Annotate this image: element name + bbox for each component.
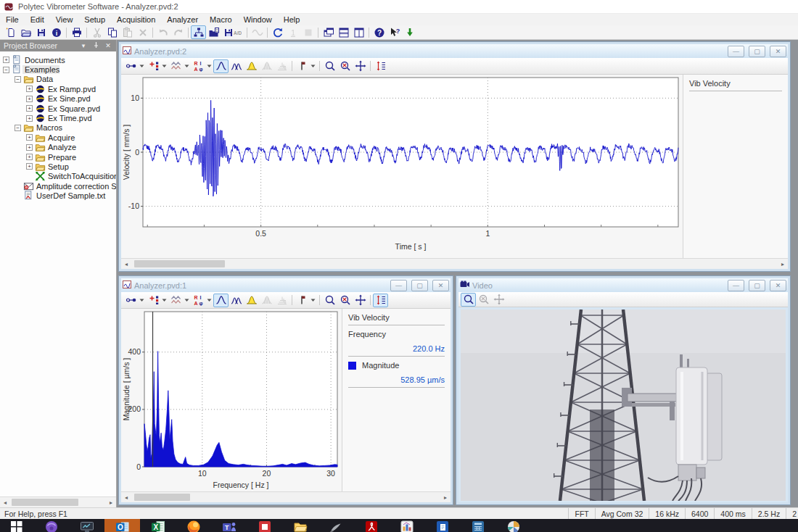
- taskbar-blue-doc-app[interactable]: [424, 519, 460, 532]
- redo-icon[interactable]: [170, 25, 186, 39]
- collapse-icon[interactable]: −: [15, 125, 21, 131]
- tree-item-ex-time-pvd[interactable]: +Ex Time.pvd: [0, 113, 116, 122]
- dropdown-arrow-icon[interactable]: [139, 60, 144, 72]
- context-help-icon[interactable]: ?: [387, 25, 402, 39]
- link-cursors-icon[interactable]: [123, 59, 139, 73]
- zoom-icon[interactable]: [322, 294, 337, 307]
- tree-item-setup[interactable]: +Setup: [0, 162, 116, 171]
- analyzer1-title-bar[interactable]: Analyzer.pvd:1 — ▢ ✕: [121, 278, 451, 292]
- paste-icon[interactable]: [120, 25, 135, 39]
- time-plot[interactable]: -100100.51Velocity [ mm/s ]Time [ s ]: [121, 75, 683, 259]
- new-document-icon[interactable]: [3, 25, 18, 39]
- cut-icon[interactable]: [89, 25, 104, 39]
- marker-icon[interactable]: [295, 294, 310, 307]
- expand-icon[interactable]: +: [26, 115, 33, 122]
- expand-icon[interactable]: +: [26, 154, 33, 160]
- scroll-left-icon[interactable]: ◂: [0, 499, 10, 506]
- dropdown-arrow-icon[interactable]: [184, 294, 189, 307]
- dropdown-arrow-icon[interactable]: [184, 60, 189, 72]
- open-analyzer-icon[interactable]: [206, 25, 221, 39]
- graph-bars-icon[interactable]: [259, 59, 274, 73]
- taskbar-firefox[interactable]: [176, 519, 211, 532]
- minimize-button[interactable]: —: [728, 280, 744, 291]
- compare-signals-icon[interactable]: [168, 294, 184, 307]
- graph-multi-icon[interactable]: [229, 59, 244, 73]
- maximize-button[interactable]: ▢: [749, 46, 765, 57]
- taskbar-acrobat[interactable]: [353, 519, 389, 532]
- pan-icon[interactable]: [353, 59, 368, 73]
- acquisition-toggle-icon[interactable]: [402, 25, 417, 39]
- signal-wave-icon[interactable]: [250, 25, 265, 39]
- graph-filled-icon[interactable]: [244, 59, 259, 73]
- close-icon[interactable]: ✕: [104, 42, 112, 49]
- scroll-right-icon[interactable]: ▸: [440, 494, 451, 501]
- minimize-button[interactable]: —: [390, 280, 407, 291]
- taskbar-monitor-app[interactable]: [69, 519, 104, 532]
- complex-format-icon[interactable]: RIAφ: [191, 294, 206, 307]
- start-button[interactable]: [0, 519, 33, 532]
- menu-acquisition[interactable]: Acquisition: [111, 15, 161, 24]
- copy-icon[interactable]: [104, 25, 120, 39]
- zoom-off-icon[interactable]: [337, 294, 353, 307]
- dropdown-arrow-icon[interactable]: [310, 294, 316, 307]
- graph-filled-icon[interactable]: [244, 294, 259, 307]
- expand-icon[interactable]: +: [26, 86, 33, 92]
- menu-view[interactable]: View: [50, 15, 79, 24]
- menu-file[interactable]: File: [0, 15, 25, 24]
- maximize-button[interactable]: ▢: [749, 280, 765, 291]
- collapse-icon[interactable]: −: [15, 76, 21, 83]
- dropdown-arrow-icon[interactable]: [161, 60, 167, 72]
- add-cursor-icon[interactable]: [146, 294, 161, 307]
- menu-macro[interactable]: Macro: [204, 15, 238, 24]
- save-ad-icon[interactable]: A/D: [221, 25, 244, 39]
- undo-icon[interactable]: [155, 25, 170, 39]
- tree-item-ex-sine-pvd[interactable]: +Ex Sine.pvd: [0, 94, 116, 104]
- dropdown-arrow-icon[interactable]: [161, 294, 167, 307]
- menu-analyzer[interactable]: Analyzer: [161, 15, 204, 24]
- zoom-off-icon[interactable]: [337, 59, 353, 73]
- taskbar-teams[interactable]: T: [211, 519, 247, 532]
- delete-icon[interactable]: [135, 25, 150, 39]
- pan-icon[interactable]: [491, 293, 506, 307]
- menu-help[interactable]: Help: [278, 15, 306, 24]
- scroll-right-icon[interactable]: ▸: [106, 499, 116, 506]
- taskbar-gray-pen-app[interactable]: [318, 519, 353, 532]
- expand-icon[interactable]: +: [3, 57, 9, 63]
- tree-item-switchtoacquisitionmo[interactable]: SwitchToAcquisitionMo: [0, 172, 116, 181]
- analyzer2-hscrollbar[interactable]: ◂ ▸: [121, 258, 788, 269]
- add-cursor-icon[interactable]: [146, 59, 161, 73]
- refresh-icon[interactable]: [270, 25, 285, 39]
- graph-single-icon[interactable]: [213, 59, 229, 73]
- menu-edit[interactable]: Edit: [25, 15, 50, 24]
- analyzer2-title-bar[interactable]: Analyzer.pvd:2 — ▢ ✕: [121, 44, 788, 58]
- maximize-button[interactable]: ▢: [411, 280, 428, 291]
- cascade-windows-icon[interactable]: [321, 25, 336, 39]
- tree-item-data[interactable]: −Data: [0, 75, 116, 84]
- scroll-left-icon[interactable]: ◂: [121, 494, 131, 501]
- tree-item-documents[interactable]: +Documents: [0, 55, 116, 65]
- marker-icon[interactable]: [295, 59, 310, 73]
- pan-icon[interactable]: [353, 294, 368, 307]
- tree-item-ex-ramp-pvd[interactable]: +Ex Ramp.pvd: [0, 84, 116, 93]
- taskbar-excel[interactable]: X: [140, 519, 176, 532]
- print-icon[interactable]: [69, 25, 84, 39]
- menu-window[interactable]: Window: [238, 15, 278, 24]
- help-icon[interactable]: ?: [371, 25, 387, 39]
- taskbar-outlook[interactable]: O: [104, 519, 140, 532]
- tree-item-analyze[interactable]: +Analyze: [0, 143, 116, 152]
- scroll-right-icon[interactable]: ▸: [778, 261, 788, 267]
- minimize-button[interactable]: —: [728, 46, 744, 57]
- save-icon[interactable]: [33, 25, 49, 39]
- dropdown-arrow-icon[interactable]: [139, 294, 144, 307]
- spectrum-plot[interactable]: 0200400102030Magnitude [ µm/s ]Frequency…: [121, 309, 342, 492]
- stop-icon[interactable]: [300, 25, 316, 39]
- info-icon[interactable]: i: [49, 25, 64, 39]
- scroll-left-icon[interactable]: ◂: [121, 261, 131, 267]
- tile-vertical-icon[interactable]: [351, 25, 366, 39]
- graph-waterfall-icon[interactable]: [274, 294, 289, 307]
- expand-icon[interactable]: +: [26, 105, 33, 112]
- taskbar-purple-sphere-app[interactable]: [33, 519, 69, 532]
- graph-multi-icon[interactable]: [229, 294, 244, 307]
- video-title-bar[interactable]: Video — ▢ ✕: [458, 278, 788, 292]
- dropdown-arrow-icon[interactable]: [310, 60, 316, 72]
